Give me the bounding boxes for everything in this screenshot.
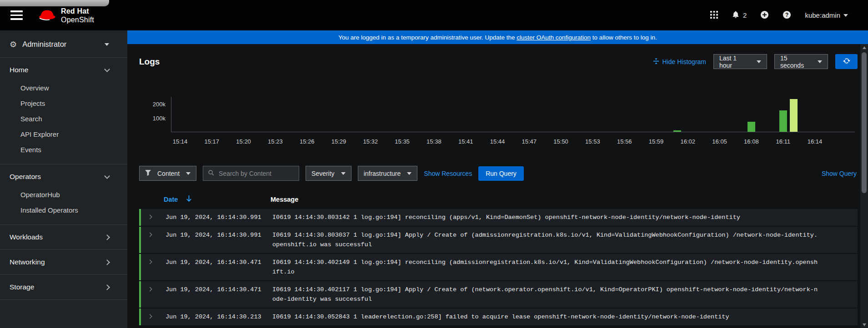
brand-name-bottom: OpenShift [61, 15, 94, 24]
svg-text:?: ? [785, 11, 788, 18]
help-button[interactable]: ? [783, 10, 791, 20]
log-histogram: 15:1415:1715:2015:2315:2615:2915:3215:35… [139, 73, 858, 148]
caret-down-icon [186, 172, 191, 175]
perspective-switcher[interactable]: ⚙ Administrator [0, 30, 127, 58]
chevron-down-icon [104, 173, 110, 179]
expand-row-button[interactable] [141, 312, 166, 318]
question-circle-icon: ? [783, 10, 791, 20]
log-message: I0619 14:14:30.402149 1 log.go:194] reco… [272, 258, 858, 277]
refresh-interval-select[interactable]: 15 seconds [774, 54, 828, 69]
severity-filter-select[interactable]: Severity [306, 166, 351, 181]
nav-item-search[interactable]: Search [0, 111, 127, 126]
sort-descending-icon [186, 195, 192, 204]
scrollbar-thumb[interactable] [862, 52, 867, 193]
show-query-link[interactable]: Show Query [822, 170, 857, 177]
x-tick-label: 15:20 [236, 138, 251, 145]
app-launcher-button[interactable] [710, 11, 718, 20]
nav-item-overview[interactable]: Overview [0, 80, 127, 95]
nav-item-events[interactable]: Events [0, 142, 127, 157]
histogram-bar[interactable] [790, 99, 798, 132]
log-message: I0619 14:14:30.402117 1 log.go:194] Appl… [272, 285, 858, 304]
log-timestamp: Jun 19, 2024, 16:14:30.991 [166, 230, 272, 240]
chevron-right-icon [148, 233, 152, 237]
nav-item-api-explorer[interactable]: API Explorer [0, 126, 127, 142]
x-tick-label: 15:14 [173, 138, 188, 145]
log-message: I0619 14:14:30.803037 1 log.go:194] Appl… [272, 230, 858, 249]
content-filter-value: Content [157, 170, 180, 177]
x-tick-label: 16:02 [681, 138, 696, 145]
logs-page: Logs Hide Histogram [127, 44, 860, 328]
show-resources-link[interactable]: Show Resources [424, 170, 472, 177]
log-message: I0619 14:14:30.052843 1 leaderelection.g… [272, 312, 858, 322]
x-tick-label: 15:26 [300, 138, 315, 145]
tenant-filter-value: infrastructure [364, 170, 401, 177]
histogram-bar[interactable] [779, 110, 787, 132]
x-tick-label: 15:41 [458, 138, 473, 145]
histogram-bar[interactable] [748, 122, 755, 132]
expand-row-button[interactable] [141, 230, 166, 236]
time-range-select[interactable]: Last 1 hour [713, 54, 767, 69]
vertical-scrollbar[interactable] [860, 44, 868, 328]
log-row: Jun 19, 2024, 16:14:30.471I0619 14:14:30… [139, 281, 858, 308]
log-row: Jun 19, 2024, 16:14:30.991I0619 14:14:30… [139, 209, 858, 226]
masthead: Red Hat OpenShift [0, 0, 868, 30]
nav-item-operatorhub[interactable]: OperatorHub [0, 187, 127, 202]
x-tick-label: 15:17 [205, 138, 220, 145]
caret-down-icon [341, 172, 346, 175]
scrollbar-up-arrow[interactable] [860, 44, 868, 51]
chevron-right-icon [148, 314, 152, 319]
histogram-bar[interactable] [673, 130, 681, 132]
x-tick-label: 15:32 [363, 138, 378, 145]
x-tick-label: 15:59 [649, 138, 664, 145]
redhat-openshift-logo: Red Hat OpenShift [37, 7, 94, 24]
x-tick-label: 15:29 [331, 138, 346, 145]
expand-row-button[interactable] [141, 285, 166, 291]
x-tick-label: 15:47 [522, 138, 537, 145]
perspective-label: Administrator [22, 40, 66, 49]
log-timestamp: Jun 19, 2024, 16:14:30.471 [166, 285, 272, 294]
quick-create-button[interactable] [760, 10, 769, 20]
chevron-down-icon [104, 66, 110, 72]
nav-toggle-button[interactable] [9, 5, 25, 25]
x-tick-label: 16:08 [744, 138, 759, 145]
expand-row-button[interactable] [141, 213, 166, 219]
plus-circle-icon [760, 10, 769, 20]
log-row: Jun 19, 2024, 16:14:30.991I0619 14:14:30… [139, 227, 858, 253]
tenant-filter-select[interactable]: infrastructure [358, 166, 418, 181]
content-filter-select[interactable]: Content [139, 166, 196, 181]
message-column-header: Message [271, 196, 858, 203]
y-axis-line [171, 97, 171, 132]
x-tick-label: 16:05 [712, 138, 727, 145]
oauth-config-link[interactable]: cluster OAuth configuration [517, 34, 591, 41]
nav-section-operators[interactable]: Operators [0, 167, 127, 187]
run-query-button[interactable]: Run Query [478, 166, 524, 181]
nav-item-projects[interactable]: Projects [0, 95, 127, 111]
x-tick-label: 15:53 [585, 138, 600, 145]
content-search [203, 166, 299, 181]
chevron-right-icon [104, 259, 110, 265]
nav-section-home[interactable]: Home [0, 60, 127, 80]
banner-text-before: You are logged in as a temporary adminis… [338, 34, 517, 41]
refresh-button[interactable] [835, 54, 858, 69]
time-range-value: Last 1 hour [719, 55, 750, 69]
nav-section-storage[interactable]: Storage [0, 277, 127, 297]
x-tick-label: 15:38 [426, 138, 442, 145]
expand-row-button[interactable] [141, 258, 166, 263]
search-input[interactable] [218, 169, 294, 178]
scrollbar-down-arrow[interactable] [860, 321, 868, 328]
brand-name-top: Red Hat [61, 7, 94, 15]
nav-group-operators: OperatorsOperatorHubInstalled Operators [0, 164, 127, 225]
hide-histogram-link[interactable]: Hide Histogram [653, 58, 706, 66]
nav-item-installed-operators[interactable]: Installed Operators [0, 202, 127, 218]
login-notice-banner: You are logged in as a temporary adminis… [127, 30, 868, 44]
log-timestamp: Jun 19, 2024, 16:14:30.213 [166, 312, 272, 322]
nav-section-networking[interactable]: Networking [0, 252, 127, 272]
caret-down-icon [105, 43, 109, 46]
caret-down-icon [818, 60, 822, 63]
notifications-button[interactable]: 2 [732, 10, 747, 20]
caret-down-icon [843, 14, 848, 17]
date-column-sort[interactable]: Date [164, 195, 271, 204]
y-tick-label: 200k [139, 101, 166, 108]
user-menu[interactable]: kube:admin [805, 11, 848, 19]
nav-section-workloads[interactable]: Workloads [0, 227, 127, 247]
